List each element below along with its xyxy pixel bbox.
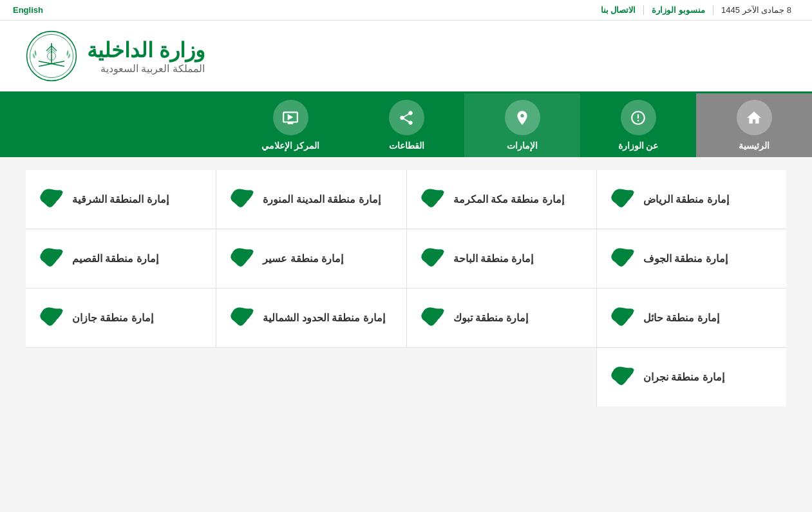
- region-name-baha: إمارة منطقة الباحة: [453, 252, 534, 265]
- english-link[interactable]: English: [13, 5, 43, 15]
- ministry-subtitle: المملكة العربية السعودية: [87, 62, 205, 75]
- svg-line-4: [52, 46, 57, 51]
- top-bar-links: 8 جمادى الآخر 1445 منسوبو الوزارة الاتصا…: [593, 5, 799, 15]
- content-area: إمارة منطقة الرياض إمارة منطقة مكة المكر…: [0, 157, 812, 479]
- emirates-icon: [514, 109, 531, 126]
- logo-text: وزارة الداخلية المملكة العربية السعودية: [87, 38, 205, 75]
- saudi-map-icon-eastern: [39, 188, 64, 211]
- region-name-jawf: إمارة منطقة الجوف: [643, 252, 728, 265]
- logo-area: وزارة الداخلية المملكة العربية السعودية: [26, 30, 205, 82]
- nav-item-emirates[interactable]: الإمارات: [464, 93, 580, 157]
- saudi-map-icon-mecca: [420, 188, 446, 211]
- saudi-map-icon-asir: [229, 247, 255, 270]
- home-icon: [746, 109, 762, 126]
- region-item-riyadh[interactable]: إمارة منطقة الرياض: [596, 170, 786, 229]
- region-name-eastern: إمارة المنطقة الشرقية: [72, 193, 169, 205]
- saudi-map-icon-jawf: [610, 247, 636, 270]
- region-item-qassim[interactable]: إمارة منطقة القصيم: [26, 229, 216, 289]
- region-item-baha[interactable]: إمارة منطقة الباحة: [406, 229, 596, 289]
- saudi-map-icon-qassim: [39, 247, 64, 270]
- region-name-madinah: إمارة منطقة المدينة المنورة: [263, 193, 380, 205]
- nav-label-home: الرئيسية: [739, 140, 770, 151]
- main-nav: الرئيسية عن الوزارة الإمارات القطاعات: [0, 93, 812, 157]
- media-icon-circle: [273, 100, 308, 135]
- region-item-northern[interactable]: إمارة منطقة الحدود الشمالية: [216, 289, 406, 348]
- region-name-jazan: إمارة منطقة جازان: [72, 312, 153, 324]
- saudi-map-icon-hail: [610, 307, 636, 329]
- nav-item-sectors[interactable]: القطاعات: [348, 93, 464, 157]
- contact-link[interactable]: الاتصال بنا: [601, 5, 636, 15]
- region-item-hail[interactable]: إمارة منطقة حائل: [596, 289, 786, 348]
- saudi-map-icon-jazan: [39, 307, 64, 329]
- region-item-tabuk[interactable]: إمارة منطقة تبوك: [406, 289, 596, 348]
- media-icon: [282, 109, 299, 126]
- emirates-icon-circle: [505, 100, 540, 135]
- nav-item-ministry[interactable]: عن الوزارة: [580, 93, 696, 157]
- ministry-icon: [630, 109, 647, 126]
- saudi-map-icon-tabuk: [420, 307, 446, 329]
- region-item-asir[interactable]: إمارة منطقة عسير: [216, 229, 406, 289]
- region-item-jawf[interactable]: إمارة منطقة الجوف: [596, 229, 786, 289]
- sectors-icon-circle: [389, 100, 424, 135]
- saudi-map-icon-najran: [610, 366, 636, 388]
- saudi-map-icon-riyadh: [610, 188, 636, 211]
- sectors-icon: [398, 109, 415, 126]
- region-item-najran[interactable]: إمارة منطقة نجران: [596, 348, 786, 406]
- saudi-map-icon-baha: [420, 247, 446, 270]
- nav-label-emirates: الإمارات: [507, 140, 538, 151]
- region-item-madinah[interactable]: إمارة منطقة المدينة المنورة: [216, 170, 406, 229]
- region-item-mecca[interactable]: إمارة منطقة مكة المكرمة: [406, 170, 596, 229]
- nav-item-media[interactable]: المركز الإعلامي: [232, 93, 348, 157]
- region-name-tabuk: إمارة منطقة تبوك: [453, 312, 529, 324]
- region-item-jazan[interactable]: إمارة منطقة جازان: [26, 289, 216, 348]
- region-name-mecca: إمارة منطقة مكة المكرمة: [453, 193, 564, 205]
- region-item-eastern[interactable]: إمارة المنطقة الشرقية: [26, 170, 216, 229]
- nav-label-media: المركز الإعلامي: [261, 140, 320, 151]
- saudi-map-icon-madinah: [229, 188, 255, 211]
- region-name-northern: إمارة منطقة الحدود الشمالية: [263, 312, 384, 324]
- date-display: 8 جمادى الآخر 1445: [713, 5, 799, 15]
- staff-link[interactable]: منسوبو الوزارة: [652, 5, 705, 15]
- nav-item-home[interactable]: الرئيسية: [696, 93, 812, 157]
- region-name-asir: إمارة منطقة عسير: [263, 252, 343, 265]
- saudi-map-icon-northern: [229, 307, 255, 329]
- header: وزارة الداخلية المملكة العربية السعودية: [0, 21, 812, 93]
- ministry-title: وزارة الداخلية: [87, 38, 205, 62]
- ministry-emblem: [26, 30, 77, 82]
- ministry-icon-circle: [621, 100, 656, 135]
- region-name-riyadh: إمارة منطقة الرياض: [643, 193, 729, 205]
- nav-label-sectors: القطاعات: [389, 140, 424, 151]
- svg-line-3: [46, 46, 52, 51]
- region-name-hail: إمارة منطقة حائل: [643, 312, 719, 324]
- region-name-najran: إمارة منطقة نجران: [643, 371, 724, 383]
- region-name-qassim: إمارة منطقة القصيم: [72, 252, 158, 265]
- nav-label-ministry: عن الوزارة: [618, 140, 659, 151]
- home-icon-circle: [737, 100, 772, 135]
- top-bar: 8 جمادى الآخر 1445 منسوبو الوزارة الاتصا…: [0, 0, 812, 21]
- regions-grid: إمارة منطقة الرياض إمارة منطقة مكة المكر…: [26, 170, 786, 406]
